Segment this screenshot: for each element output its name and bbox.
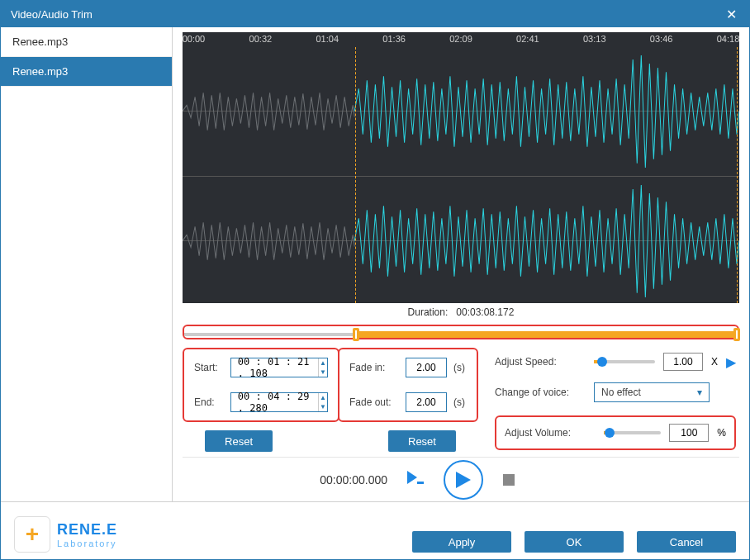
range-slider[interactable]	[183, 325, 739, 339]
stop-button[interactable]	[503, 474, 515, 486]
playback-time: 00:00:00.000	[288, 473, 387, 486]
start-time-input[interactable]: 00 : 01 : 21 . 108 ▲▼	[230, 358, 328, 377]
right-controls: Adjust Speed: X ▶ Change of voice: No ef…	[488, 348, 739, 452]
fadeout-unit: (s)	[453, 396, 465, 408]
ruler-tick: 01:36	[382, 34, 406, 44]
volume-unit: %	[717, 427, 726, 439]
controls: Start: 00 : 01 : 21 . 108 ▲▼ End: 00 : 0…	[183, 348, 739, 452]
duration-line: Duration: 00:03:08.172	[183, 303, 739, 321]
spin-up-icon[interactable]: ▲	[319, 358, 327, 368]
waveform-area[interactable]	[183, 47, 739, 303]
sidebar-item[interactable]: Renee.mp3	[1, 27, 172, 57]
end-time-input[interactable]: 00 : 04 : 29 . 280 ▲▼	[230, 392, 328, 412]
slider-thumb[interactable]	[605, 428, 615, 438]
fadein-unit: (s)	[453, 362, 465, 373]
fade-group: Fade in: (s) Fade out: (s)	[338, 348, 478, 422]
apply-button[interactable]: Apply	[412, 531, 511, 553]
reset-trim-button[interactable]: Reset	[205, 430, 273, 452]
footer: RENE.E Laboratory Apply OK Cancel	[1, 501, 749, 559]
ruler-tick: 00:00	[183, 34, 206, 44]
trim-group: Start: 00 : 01 : 21 . 108 ▲▼ End: 00 : 0…	[183, 348, 339, 422]
brand-name: RENE.E	[57, 521, 117, 539]
end-handle[interactable]	[733, 328, 740, 341]
duration-value: 00:03:08.172	[456, 306, 514, 318]
waveform-right	[183, 177, 739, 306]
titlebar: Video/Audio Trim ✕	[1, 1, 749, 27]
main-panel: 00:00 00:32 01:04 01:36 02:09 02:41 03:1…	[173, 27, 749, 501]
end-marker[interactable]	[737, 47, 738, 303]
sidebar-item[interactable]: Renee.mp3	[1, 57, 172, 87]
waveform-left	[183, 47, 739, 177]
reset-fade-button[interactable]: Reset	[388, 430, 456, 452]
app-window: Video/Audio Trim ✕ Renee.mp3 Renee.mp3 0…	[0, 0, 750, 560]
cancel-button[interactable]: Cancel	[637, 531, 736, 553]
chevron-down-icon: ▾	[697, 387, 702, 398]
ruler-tick: 02:41	[516, 34, 539, 44]
speed-label: Adjust Speed:	[495, 356, 586, 368]
goto-end-icon[interactable]	[407, 471, 424, 488]
spin-up-icon[interactable]: ▲	[319, 393, 327, 402]
start-handle[interactable]	[353, 328, 359, 341]
fadeout-label: Fade out:	[349, 396, 399, 408]
duration-label: Duration:	[408, 306, 449, 318]
speed-input[interactable]	[663, 353, 703, 371]
ruler-tick: 03:46	[650, 34, 673, 44]
slider-thumb[interactable]	[597, 357, 607, 367]
close-icon[interactable]: ✕	[723, 6, 739, 22]
body: Renee.mp3 Renee.mp3 00:00 00:32 01:04 01…	[1, 27, 749, 501]
end-time-value: 00 : 04 : 29 . 280	[231, 391, 318, 414]
end-label: End:	[194, 396, 224, 408]
file-sidebar: Renee.mp3 Renee.mp3	[1, 27, 173, 501]
spin-down-icon[interactable]: ▼	[319, 368, 327, 377]
time-ruler: 00:00 00:32 01:04 01:36 02:09 02:41 03:1…	[183, 32, 739, 47]
voice-select[interactable]: No effect ▾	[594, 382, 710, 402]
volume-slider[interactable]	[604, 431, 661, 434]
logo-icon	[14, 516, 50, 553]
brand-logo: RENE.E Laboratory	[14, 516, 117, 553]
playback-bar: 00:00:00.000	[183, 457, 739, 501]
volume-input[interactable]	[669, 424, 709, 442]
slider-selection	[356, 331, 737, 338]
speed-unit: X	[711, 356, 718, 368]
fadein-input[interactable]	[406, 358, 447, 377]
play-button[interactable]	[444, 460, 483, 500]
start-time-value: 00 : 01 : 21 . 108	[231, 356, 318, 379]
start-marker[interactable]	[355, 47, 356, 303]
fadein-label: Fade in:	[349, 362, 399, 373]
voice-value: No effect	[601, 387, 641, 398]
fadeout-input[interactable]	[406, 392, 447, 412]
start-label: Start:	[194, 362, 224, 373]
ruler-tick: 01:04	[316, 34, 339, 44]
brand-sub: Laboratory	[57, 539, 117, 548]
spin-down-icon[interactable]: ▼	[319, 402, 327, 411]
svg-rect-2	[417, 482, 424, 484]
volume-label: Adjust Volume:	[505, 427, 596, 439]
ruler-tick: 04:18	[717, 34, 740, 44]
speed-row: Adjust Speed: X ▶	[495, 353, 736, 371]
window-title: Video/Audio Trim	[11, 8, 93, 21]
voice-row: Change of voice: No effect ▾	[495, 382, 736, 402]
ruler-tick: 02:09	[449, 34, 472, 44]
voice-label: Change of voice:	[495, 387, 586, 398]
preview-play-icon[interactable]: ▶	[726, 354, 736, 370]
ruler-tick: 03:13	[583, 34, 606, 44]
speed-slider[interactable]	[594, 360, 655, 363]
ruler-tick: 00:32	[249, 34, 273, 44]
ok-button[interactable]: OK	[525, 531, 624, 553]
volume-group: Adjust Volume: %	[495, 415, 736, 450]
